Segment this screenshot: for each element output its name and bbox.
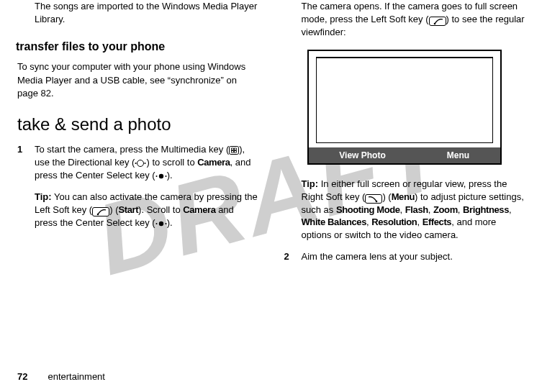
svg-point-9 [155,176,157,177]
tip-menu-label: Menu [392,191,415,202]
svg-rect-0 [230,146,239,154]
svg-point-12 [158,221,163,225]
step-2-body: Aim the camera lens at your subject. [302,250,525,263]
setting-shooting-mode: Shooting Mode [336,204,400,215]
tip-left-b: ) ( [109,204,118,215]
viewfinder-softkey-bar: View Photo Menu [309,147,500,163]
section-name: entertainment [48,371,105,382]
setting-flash: Flash [405,204,428,215]
step1-text-e: ). [167,170,173,181]
step-1: 1 To start the camera, press the Multime… [17,143,258,182]
setting-zoom: Zoom [433,204,458,215]
setting-resolution: Resolution [371,216,417,227]
tip-right: Tip: In either full screen or regular vi… [302,178,525,242]
svg-point-13 [155,223,157,224]
right-column: The camera opens. If the camera goes to … [284,0,525,352]
tip-right-b: ) ( [382,191,391,202]
tip-label-left: Tip: [35,191,52,202]
left-soft-key-icon [92,207,109,216]
para-sync-info: To sync your computer with your phone us… [17,60,258,100]
tip-camera-label: Camera [183,204,215,215]
step1-text-a: To start the camera, press the Multimedi… [35,144,229,155]
viewfinder-screen: View Photo Menu [307,50,502,165]
heading-transfer-files: transfer files to your phone [16,40,258,53]
viewfinder-inner [316,57,493,143]
setting-effects: Effects [423,216,452,227]
tip-label-right: Tip: [302,178,319,189]
center-select-key-icon [155,172,167,181]
tip-left-c: ). Scroll to [138,204,183,215]
center-select-key-icon-2 [155,219,167,228]
step-2: 2 Aim the camera lens at your subject. [284,250,525,263]
step1-camera-label: Camera [197,157,230,168]
right-soft-key-icon [365,194,382,204]
page-footer: 72entertainment [17,371,105,382]
svg-rect-1 [232,148,234,150]
svg-point-8 [158,174,163,178]
viewfinder-right-label: Menu [447,150,469,160]
tip-start-label: Start [118,204,138,215]
step-1-number: 1 [17,143,35,182]
svg-point-6 [135,163,137,164]
left-column: The songs are imported to the Windows Me… [17,0,258,352]
left-soft-key-icon-2 [429,17,446,26]
para-camera-opens: The camera opens. If the camera goes to … [302,0,525,40]
setting-white-balances: White Balances [302,216,367,227]
viewfinder-left-label: View Photo [339,150,385,160]
para-import-songs: The songs are imported to the Windows Me… [35,0,258,26]
svg-point-5 [137,160,144,166]
tip-left-e: ). [167,217,173,228]
directional-key-icon [135,159,146,168]
tip-left: Tip: You can also activate the camera by… [35,191,258,229]
svg-rect-4 [235,150,237,152]
multimedia-key-icon [229,146,239,155]
step-2-number: 2 [284,250,302,263]
heading-take-send-photo: take & send a photo [17,114,258,135]
viewfinder-illustration: View Photo Menu [307,50,502,165]
svg-rect-2 [235,148,237,150]
step1-text-c: ) to scroll to [146,157,197,168]
setting-brightness: Brightness [463,204,509,215]
two-column-layout: The songs are imported to the Windows Me… [17,0,525,352]
step-1-body: To start the camera, press the Multimedi… [35,143,258,182]
page-number: 72 [17,371,27,382]
svg-rect-3 [232,150,234,152]
